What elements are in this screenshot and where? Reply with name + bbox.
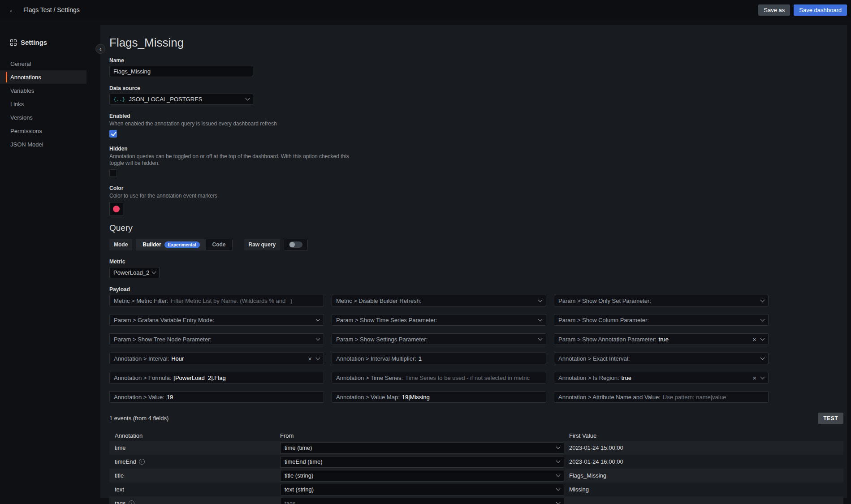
payload-field[interactable]: Param > Show Time Series Parameter: xyxy=(332,314,546,326)
payload-field-label: Param > Show Column Parameter: xyxy=(558,317,649,323)
payload-field[interactable]: Annotation > Exact Interval: xyxy=(554,353,769,364)
payload-field-label: Annotation > Value: xyxy=(114,394,164,401)
datasource-value: JSON_LOCAL_POSTGRES xyxy=(129,96,246,103)
payload-field[interactable]: Annotation > Value Map: 19|Missing xyxy=(332,391,546,403)
row-first-value: Missing xyxy=(569,486,843,493)
payload-field[interactable]: Metric > Metric Filter: Filter Metric Li… xyxy=(109,295,324,306)
column-header-from: From xyxy=(280,432,569,439)
collapse-sidebar-icon[interactable]: ‹ xyxy=(95,44,105,54)
payload-field-label: Metric > Metric Filter: xyxy=(114,297,168,304)
from-field-select[interactable]: time (time) xyxy=(280,442,564,454)
hidden-checkbox[interactable] xyxy=(109,169,117,177)
row-first-value: 2023-01-24 15:00:00 xyxy=(569,444,843,451)
from-field-value: timeEnd (time) xyxy=(285,458,557,465)
from-field-select[interactable]: timeEnd (time) xyxy=(280,456,564,468)
mode-segment-code[interactable]: Code xyxy=(206,239,232,250)
row-annotation-name: tags i xyxy=(109,500,280,504)
clear-x-icon[interactable]: × xyxy=(308,355,312,362)
payload-field[interactable]: Param > Show Column Parameter: xyxy=(554,314,769,326)
mode-segment-builder[interactable]: Builder Experimental xyxy=(136,239,206,250)
mode-segment-label: Builder xyxy=(143,241,161,248)
payload-field-label: Annotation > Interval: xyxy=(114,355,169,362)
payload-field-label: Annotation > Exact Interval: xyxy=(558,355,630,362)
sidebar-item-versions[interactable]: Versions xyxy=(0,111,100,124)
payload-field[interactable]: Annotation > Attribute Name and Value: U… xyxy=(554,391,769,403)
payload-field-label: Metric > Disable Builder Refresh: xyxy=(336,297,421,304)
sidebar-item-links[interactable]: Links xyxy=(0,97,100,111)
table-row: timeEnd i timeEnd (time) 2023-01-24 16:0… xyxy=(109,455,843,469)
row-first-value: Flags_Missing xyxy=(569,472,843,479)
enabled-label: Enabled xyxy=(109,113,843,119)
metric-value: PowerLoad_2 xyxy=(113,269,152,276)
color-description: Color to use for the annotation event ma… xyxy=(109,193,357,199)
sidebar-item-label: Permissions xyxy=(10,128,42,134)
payload-field-value: [PowerLoad_2].Flag xyxy=(173,375,225,381)
sidebar-item-annotations[interactable]: Annotations xyxy=(0,70,86,84)
chevron-down-icon xyxy=(316,336,320,340)
payload-field-value: true xyxy=(622,375,631,381)
chevron-down-icon xyxy=(760,375,765,379)
chevron-down-icon xyxy=(246,96,250,101)
annotation-settings-panel: ‹ Flags_Missing Name Data source {..} JS… xyxy=(100,25,847,498)
payload-field[interactable]: Annotation > Interval: Hour × xyxy=(109,353,324,364)
table-row: text text (string) Missing xyxy=(109,482,843,496)
payload-field[interactable]: Annotation > Value: 19 xyxy=(109,391,324,403)
save-dashboard-button[interactable]: Save dashboard xyxy=(794,4,847,16)
raw-query-label-chip: Raw query xyxy=(244,239,281,250)
name-input[interactable] xyxy=(109,66,253,77)
clear-x-icon[interactable]: × xyxy=(752,375,756,381)
back-arrow-icon[interactable]: ← xyxy=(6,4,19,16)
payload-field[interactable]: Param > Grafana Variable Entry Mode: xyxy=(109,314,324,326)
sidebar-item-permissions[interactable]: Permissions xyxy=(0,124,100,138)
clear-x-icon[interactable]: × xyxy=(752,336,756,343)
info-icon[interactable]: i xyxy=(129,500,134,504)
save-as-button[interactable]: Save as xyxy=(758,4,790,16)
chevron-down-icon xyxy=(538,297,543,302)
info-icon[interactable]: i xyxy=(139,459,145,465)
chevron-down-icon xyxy=(538,336,543,340)
payload-field[interactable]: Annotation > Formula: [PowerLoad_2].Flag xyxy=(109,372,324,383)
sidebar-item-json-model[interactable]: JSON Model xyxy=(0,138,100,151)
from-field-select[interactable]: tags xyxy=(280,498,564,504)
payload-field[interactable]: Param > Show Annotation Parameter: true … xyxy=(554,333,769,345)
row-name-text: title xyxy=(115,472,124,479)
payload-field[interactable]: Param > Show Settings Parameter: xyxy=(332,333,546,345)
sidebar-item-variables[interactable]: Variables xyxy=(0,84,100,97)
color-picker-swatch[interactable] xyxy=(109,202,123,216)
payload-field[interactable]: Metric > Disable Builder Refresh: xyxy=(332,295,546,306)
from-field-select[interactable]: text (string) xyxy=(280,484,564,495)
breadcrumb: Flags Test / Settings xyxy=(23,6,80,13)
json-braces-icon: {..} xyxy=(113,96,125,102)
payload-field-placeholder: Filter Metric List by Name. (Wildcards %… xyxy=(171,297,293,304)
payload-field-value: 19|Missing xyxy=(402,394,430,401)
column-header-annotation: Annotation xyxy=(109,432,280,439)
payload-field-placeholder: Use pattern: name|value xyxy=(663,394,726,401)
toggle-track xyxy=(289,241,302,248)
payload-field[interactable]: Annotation > Is Region: true × xyxy=(554,372,769,383)
row-from-cell: tags xyxy=(280,498,569,504)
row-name-text: time xyxy=(115,444,126,451)
sidebar-item-general[interactable]: General xyxy=(0,57,100,70)
metric-select[interactable]: PowerLoad_2 xyxy=(109,267,160,278)
test-button[interactable]: TEST xyxy=(818,413,843,424)
datasource-select[interactable]: {..} JSON_LOCAL_POSTGRES xyxy=(109,94,253,105)
payload-field[interactable]: Param > Show Tree Node Parameter: xyxy=(109,333,324,345)
row-first-value: 2023-01-24 16:00:00 xyxy=(569,458,843,465)
payload-label: Payload xyxy=(109,286,843,293)
payload-field[interactable]: Param > Show Only Set Parameter: xyxy=(554,295,769,306)
payload-field[interactable]: Annotation > Interval Multiplier: 1 xyxy=(332,353,546,364)
chevron-down-icon xyxy=(556,473,561,477)
payload-field-label: Param > Show Settings Parameter: xyxy=(336,336,428,343)
payload-field-label: Annotation > Time Series: xyxy=(336,375,403,381)
payload-field-value: 1 xyxy=(419,355,422,362)
enabled-checkbox[interactable] xyxy=(109,130,117,138)
payload-field[interactable]: Annotation > Time Series: Time Series to… xyxy=(332,372,546,383)
payload-field-label: Param > Show Time Series Parameter: xyxy=(336,317,437,323)
raw-query-toggle[interactable] xyxy=(284,239,308,250)
chevron-down-icon xyxy=(316,355,320,360)
payload-grid: Metric > Metric Filter: Filter Metric Li… xyxy=(109,295,843,403)
from-field-select[interactable]: title (string) xyxy=(280,470,564,482)
hidden-label: Hidden xyxy=(109,146,843,152)
from-field-value: title (string) xyxy=(285,472,557,479)
payload-field-label: Param > Show Tree Node Parameter: xyxy=(114,336,212,343)
